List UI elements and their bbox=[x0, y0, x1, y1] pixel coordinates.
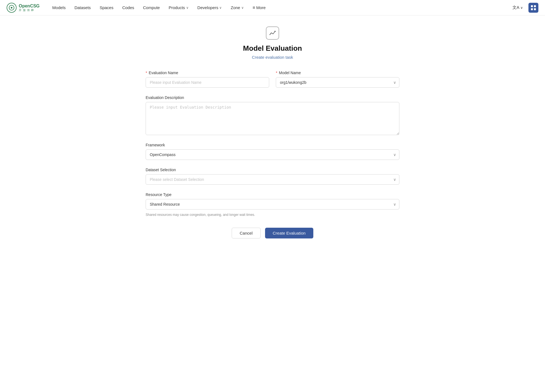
nav-item-products[interactable]: Products ∨ bbox=[165, 3, 192, 12]
dataset-label: Dataset Selection bbox=[146, 168, 399, 172]
evaluation-name-label: * Evaluation Name bbox=[146, 71, 269, 75]
nav-item-spaces[interactable]: Spaces bbox=[96, 3, 117, 12]
nav-item-compute[interactable]: Compute bbox=[139, 3, 164, 12]
create-evaluation-button[interactable]: Create Evaluation bbox=[265, 228, 313, 238]
nav-item-models[interactable]: Models bbox=[49, 3, 70, 12]
nav-item-codes[interactable]: Codes bbox=[118, 3, 138, 12]
cancel-button[interactable]: Cancel bbox=[232, 228, 261, 238]
framework-select-wrap: OpenCompass ∨ bbox=[146, 149, 399, 160]
required-star: * bbox=[146, 71, 147, 75]
nav-item-datasets[interactable]: Datasets bbox=[71, 3, 95, 12]
language-switcher[interactable]: 文A ∨ bbox=[510, 4, 525, 11]
resource-label: Resource Type bbox=[146, 192, 399, 197]
page-title: Model Evaluation bbox=[146, 44, 399, 53]
logo-main-text: OpenCSG bbox=[19, 4, 40, 9]
resource-section: Resource Type Shared Resource ∨ Shared r… bbox=[146, 192, 399, 217]
nav-item-more[interactable]: ≡ More bbox=[249, 3, 270, 12]
svg-rect-2 bbox=[531, 8, 533, 10]
resource-hint: Shared resources may cause congestion, q… bbox=[146, 213, 399, 217]
nav-item-developers[interactable]: Developers ∨ bbox=[194, 3, 226, 12]
framework-section: Framework OpenCompass ∨ bbox=[146, 143, 399, 160]
lang-label: 文A bbox=[512, 5, 519, 10]
svg-rect-3 bbox=[534, 8, 536, 10]
evaluation-name-input[interactable] bbox=[146, 77, 269, 88]
navbar: OpenCSG 开 放 传 神 Models Datasets Spaces C… bbox=[0, 0, 545, 15]
main-content: Model Evaluation Create evaluation task … bbox=[140, 15, 405, 261]
resource-select-wrap: Shared Resource ∨ bbox=[146, 199, 399, 210]
form-row-1: * Evaluation Name * Model Name org1/wuko… bbox=[146, 71, 399, 88]
resource-select[interactable]: Shared Resource bbox=[146, 199, 399, 210]
chart-icon bbox=[269, 29, 276, 37]
dataset-select[interactable]: Please select Dataset Selection bbox=[146, 174, 399, 185]
framework-select[interactable]: OpenCompass bbox=[146, 149, 399, 160]
zone-chevron-icon: ∨ bbox=[241, 6, 244, 10]
nav-items: Models Datasets Spaces Codes Compute Pro… bbox=[49, 3, 510, 12]
logo-icon bbox=[7, 3, 17, 13]
user-avatar[interactable] bbox=[528, 3, 538, 13]
developers-chevron-icon: ∨ bbox=[219, 6, 222, 10]
model-name-select[interactable]: org1/wukong2b bbox=[276, 77, 399, 88]
framework-label: Framework bbox=[146, 143, 399, 147]
page-icon-area bbox=[146, 26, 399, 40]
description-section: Evaluation Description bbox=[146, 95, 399, 135]
framework-group: Framework OpenCompass ∨ bbox=[146, 143, 399, 160]
model-name-group: * Model Name org1/wukong2b ∨ bbox=[276, 71, 399, 88]
dataset-select-wrap: Please select Dataset Selection ∨ bbox=[146, 174, 399, 185]
description-textarea[interactable] bbox=[146, 102, 399, 135]
logo[interactable]: OpenCSG 开 放 传 神 bbox=[7, 3, 40, 13]
lang-chevron-icon: ∨ bbox=[520, 6, 523, 10]
logo-sub-text: 开 放 传 神 bbox=[19, 9, 40, 12]
evaluation-name-group: * Evaluation Name bbox=[146, 71, 269, 88]
dataset-group: Dataset Selection Please select Dataset … bbox=[146, 168, 399, 185]
model-name-label: * Model Name bbox=[276, 71, 399, 75]
page-subtitle: Create evaluation task bbox=[146, 55, 399, 60]
more-list-icon: ≡ bbox=[253, 5, 255, 10]
description-group: Evaluation Description bbox=[146, 95, 399, 135]
nav-right: 文A ∨ bbox=[510, 3, 538, 13]
user-grid-icon bbox=[530, 5, 536, 11]
description-label: Evaluation Description bbox=[146, 95, 399, 100]
dataset-section: Dataset Selection Please select Dataset … bbox=[146, 168, 399, 185]
model-required-star: * bbox=[276, 71, 277, 75]
svg-rect-0 bbox=[531, 5, 533, 7]
svg-rect-1 bbox=[534, 5, 536, 7]
nav-item-zone[interactable]: Zone ∨ bbox=[227, 3, 247, 12]
resource-group: Resource Type Shared Resource ∨ Shared r… bbox=[146, 192, 399, 217]
button-row: Cancel Create Evaluation bbox=[146, 228, 399, 238]
logo-text: OpenCSG 开 放 传 神 bbox=[19, 4, 40, 12]
products-chevron-icon: ∨ bbox=[186, 6, 189, 10]
model-name-select-wrap: org1/wukong2b ∨ bbox=[276, 77, 399, 88]
evaluation-icon bbox=[266, 26, 279, 40]
